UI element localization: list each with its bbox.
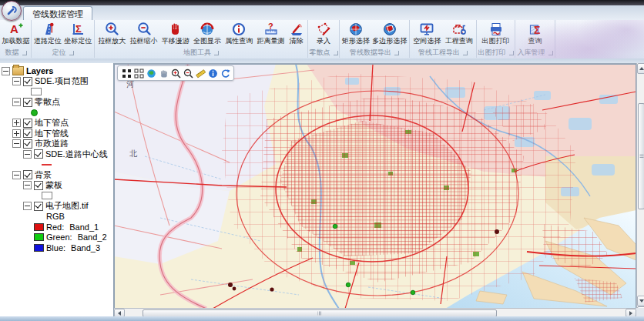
full-extent-icon[interactable] — [121, 68, 132, 79]
scroll-up-button[interactable] — [637, 63, 644, 74]
globe-icon[interactable] — [146, 68, 156, 79]
rect-legend-swatch — [42, 192, 52, 199]
coordinate-locate-icon: Σ — [70, 22, 86, 37]
project-query-icon — [451, 22, 467, 37]
vertical-scroll-thumb[interactable] — [638, 103, 644, 209]
layer-item-scatter-points[interactable]: 零散点 — [0, 97, 113, 108]
clear-button[interactable]: 清除 — [288, 22, 305, 45]
dialog-launcher-icon[interactable] — [214, 51, 219, 55]
load-data-button[interactable]: A 加载数据 — [2, 22, 31, 45]
spatial-select-button[interactable]: 空间选择 — [412, 22, 441, 45]
zoombox-in-button[interactable]: 拉框放大 — [97, 22, 126, 45]
band-swatch-red — [34, 223, 44, 231]
road-locate-icon — [40, 22, 55, 37]
dialog-launcher-icon[interactable] — [548, 51, 553, 55]
map-vertical-scrollbar[interactable] — [636, 63, 644, 316]
collapse-icon[interactable] — [12, 139, 21, 148]
expand-icon[interactable] — [12, 129, 21, 138]
group-label: 定位 — [52, 48, 66, 58]
map-viewport: 河 北 — [114, 63, 636, 309]
layer-checkbox[interactable] — [23, 98, 32, 107]
layer-checkbox[interactable] — [23, 119, 32, 128]
dialog-launcher-icon[interactable] — [334, 51, 338, 55]
collapse-icon[interactable] — [12, 171, 21, 179]
button-label: 属性查询 — [225, 37, 253, 45]
svg-text:Σ: Σ — [75, 23, 82, 35]
layer-item-road-centerline[interactable]: SDE.道路中心线 — [0, 149, 113, 159]
layer-item-electronic-map-tif[interactable]: 电子地图.tif — [0, 201, 113, 212]
print-map-button[interactable]: 出图打印 — [481, 22, 511, 45]
polygon-select-button[interactable]: 多边形选择 — [371, 22, 408, 45]
identify-icon[interactable] — [207, 68, 218, 79]
record-input-button[interactable]: 录入 — [315, 22, 332, 45]
map-label-north: 北 — [129, 149, 138, 158]
zoom-in-icon[interactable] — [170, 68, 181, 79]
rectangle-select-button[interactable]: 矩形选择 — [341, 22, 371, 45]
attribute-query-button[interactable]: 属性查询 — [224, 22, 253, 45]
dialog-launcher-icon[interactable] — [463, 51, 468, 55]
dialog-launcher-icon[interactable] — [509, 51, 514, 55]
collapse-icon[interactable] — [12, 77, 21, 85]
storage-query-button[interactable]: Σ 查询 — [527, 22, 544, 45]
arrow-left-icon — [118, 311, 121, 316]
collapse-icon[interactable] — [12, 98, 21, 106]
layer-item-sde-project-extent[interactable]: SDE.项目范围 — [0, 76, 113, 87]
layer-checkbox[interactable] — [23, 77, 32, 86]
layer-item-mask[interactable]: 蒙板 — [0, 180, 113, 191]
coordinate-locate-button[interactable]: Σ 坐标定位 — [63, 22, 92, 45]
group-label: 入库管理 — [518, 48, 545, 58]
zoombox-out-button[interactable]: 拉框缩小 — [129, 22, 159, 45]
button-label: 工程查询 — [445, 37, 473, 45]
distance-measure-button[interactable]: ? 距离量测 — [257, 22, 286, 45]
band-row-blue: Blue: Band_3 — [0, 242, 113, 253]
group-label: 数据 — [5, 48, 19, 58]
layers-root-item[interactable]: Layers — [0, 65, 113, 76]
application-menu-button[interactable] — [2, 1, 22, 21]
layers-root-label: Layers — [26, 66, 53, 75]
zoombox-out-icon — [136, 22, 152, 37]
project-query-button[interactable]: 工程查询 — [444, 22, 474, 45]
band-swatch-blue — [34, 244, 44, 252]
refresh-icon[interactable] — [220, 68, 230, 79]
band-row-green: Green: Band_2 — [0, 232, 113, 242]
map-canvas[interactable]: 河 北 — [114, 64, 636, 309]
layer-checkbox[interactable] — [23, 139, 32, 149]
app-window: 管线数据管理 A 加载数据 数据 道路定位 — [0, 0, 644, 321]
button-label: 多边形选择 — [372, 37, 407, 45]
collapse-icon[interactable] — [23, 150, 32, 159]
rect-legend-swatch — [31, 88, 42, 95]
layers-panel: Layers SDE.项目范围 零散点 地下管点 地下管线 — [0, 63, 114, 316]
clear-icon — [289, 22, 304, 37]
collapse-icon[interactable] — [2, 67, 10, 75]
app-orb-icon — [6, 5, 17, 16]
collapse-icon[interactable] — [23, 202, 32, 210]
collapse-icon[interactable] — [23, 181, 32, 189]
zoom-out-icon[interactable] — [183, 68, 193, 79]
layer-checkbox[interactable] — [34, 181, 43, 190]
layer-checkbox[interactable] — [23, 129, 32, 138]
dialog-launcher-icon[interactable] — [69, 51, 74, 55]
scroll-down-button[interactable] — [637, 296, 644, 306]
road-locate-button[interactable]: 道路定位 — [33, 22, 62, 45]
pan-roam-button[interactable]: 平移漫游 — [161, 22, 190, 45]
button-label: 平移漫游 — [162, 37, 190, 45]
layer-item-background[interactable]: 背景 — [0, 169, 113, 180]
pan-hand-icon[interactable] — [158, 68, 169, 79]
layer-item-underground-pipelines[interactable]: 地下管线 — [0, 128, 113, 139]
ribbon-group-pipeline-project-export: 空间选择 工程查询 管线工程导出 — [410, 20, 477, 58]
expand-icon[interactable] — [12, 119, 21, 127]
dialog-launcher-icon[interactable] — [22, 51, 27, 55]
layer-checkbox[interactable] — [34, 149, 43, 159]
measure-icon[interactable] — [195, 68, 206, 79]
window-top-edge — [0, 0, 644, 5]
full-extent-button[interactable]: 全图显示 — [193, 22, 222, 45]
svg-text:A: A — [10, 22, 18, 35]
layer-checkbox[interactable] — [23, 170, 32, 179]
layer-item-municipal-roads[interactable]: 市政道路 — [0, 139, 113, 149]
layer-item-underground-pipe-points[interactable]: 地下管点 — [0, 118, 113, 129]
folder-icon — [12, 66, 24, 75]
layer-checkbox[interactable] — [34, 202, 43, 211]
tab-pipeline-data-management[interactable]: 管线数据管理 — [23, 6, 92, 21]
fixed-zoom-icon[interactable] — [133, 68, 144, 79]
dialog-launcher-icon[interactable] — [394, 51, 399, 55]
